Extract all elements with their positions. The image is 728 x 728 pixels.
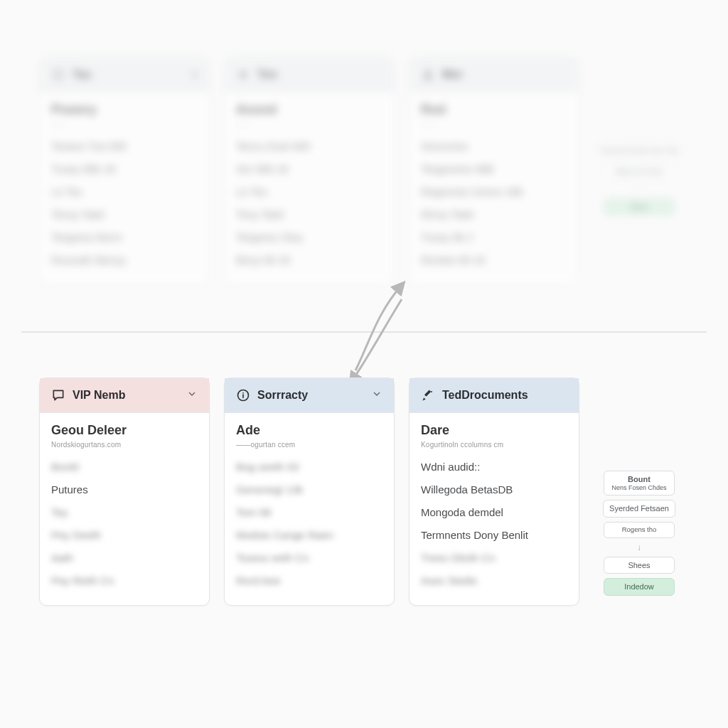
card-row: Tom 08 (236, 501, 382, 524)
annotation-box[interactable]: Shees (604, 557, 675, 574)
card-row: Willegoda BetasDB (421, 478, 567, 501)
card-section-title: Powery (51, 102, 198, 117)
tools-icon (421, 388, 435, 402)
swap-arrow-icon (334, 271, 419, 392)
card-section-title: Ade (236, 423, 382, 438)
card-row: Mongoda demdel (421, 501, 567, 524)
card-row: Soncones (421, 135, 567, 158)
card-header-title: Sorrracty (257, 389, 364, 402)
svg-point-6 (431, 391, 432, 392)
card-row: Putures (51, 478, 198, 501)
card-row: Tensy Tatel (51, 203, 198, 226)
card-header-title: TedDrocuments (442, 389, 567, 402)
card-header-title: VIP Nemb (73, 389, 179, 402)
card-row: Tesgnones MiB (421, 158, 567, 181)
card-row: Tony Tatel (236, 203, 382, 226)
card-row: Termnents Dony Benlit (421, 524, 567, 547)
card-row: Rognones Greno 186 (421, 181, 567, 203)
card-header-title: Tax (73, 68, 185, 81)
card-row: Wdni audid:: (421, 456, 567, 478)
card-row: Tesgress Borm (51, 226, 198, 249)
card-header[interactable]: Tax ▾ (40, 58, 209, 92)
card-row: Bony 08 18 (236, 249, 382, 272)
bottom-card-vip: VIP Nemb Geou Deleer Nordskiogurtans.com… (39, 378, 210, 606)
svg-point-0 (53, 70, 63, 79)
card-subtext: —— (236, 120, 382, 128)
card-row: Tencs Duet 005 (236, 135, 382, 158)
card-row: Trees Ditoth Cn (421, 547, 567, 569)
card-section-title: Anond (236, 102, 382, 117)
card-row: Rontee 08 18 (421, 249, 567, 272)
card-header-title: Mor (442, 68, 567, 81)
top-cards-area: Tax ▾ Powery —— Texees Tue 005 Tusey 96b… (0, 0, 728, 299)
bottom-annotation-group: Bount Nens Fosen Chdes Syerded Fetsaen R… (586, 471, 692, 596)
card-subtext: Nordskiogurtans.com (51, 441, 198, 449)
annotation-box[interactable]: Rogens tho (604, 522, 675, 538)
top-card-1: Tax ▾ Powery —— Texees Tue 005 Tusey 96b… (39, 57, 210, 285)
card-header[interactable]: VIP Nemb (40, 378, 209, 413)
top-card-2: Ton Anond —— Tencs Duet 005 Sor 90b 18 L… (224, 57, 395, 285)
card-row: Bont0 (51, 456, 198, 478)
annotation-box-green[interactable]: Indedow (604, 578, 675, 596)
card-row: Genonegt 13k (236, 478, 382, 501)
card-section-title: Rod (421, 102, 567, 117)
card-row: Tesgress Stoy (236, 226, 382, 249)
annotation-box[interactable]: Syerded Fetsaen (603, 500, 675, 518)
card-row: Sor 90b 18 (236, 158, 382, 181)
card-header[interactable]: Mor (410, 58, 579, 92)
card-row: Le Tes (51, 181, 198, 203)
svg-point-2 (426, 70, 431, 75)
chevron-down-icon[interactable] (371, 388, 382, 402)
card-row: Tssess eeth Cn (236, 547, 382, 569)
down-arrow-icon: ↓ (637, 184, 641, 194)
card-row: Pey Rieth Cn (51, 569, 198, 592)
card-row: Modsts Cange Raen (236, 524, 382, 547)
bottom-cards-area: VIP Nemb Geou Deleer Nordskiogurtans.com… (0, 363, 728, 620)
card-row: Bog seeth 03 (236, 456, 382, 478)
top-card-3: Mor Rod —— Soncones Tesgnones MiB Rognon… (409, 57, 579, 285)
down-arrow-icon: ↓ (637, 542, 641, 552)
annotation-box[interactable]: Bount Nens Fosen Chdes (604, 471, 675, 496)
svg-marker-1 (238, 70, 247, 80)
card-header[interactable]: Ton (225, 58, 394, 92)
card-row: Pey Deeth (51, 524, 198, 547)
card-header[interactable]: Sorrracty (225, 378, 394, 413)
card-row: Tusey 96b 18 (51, 158, 198, 181)
chevron-down-icon[interactable] (186, 388, 198, 402)
card-header-title: Ton (257, 68, 382, 81)
card-subtext: Kogurtinoln ccolumns cm (421, 441, 567, 449)
card-header[interactable]: TedDrocuments (410, 378, 579, 413)
annotation-sub: Nens Fosen Chdes (610, 484, 668, 491)
annotation-title: Bount (610, 475, 668, 484)
card-section-title: Dare (421, 423, 567, 438)
top-annotation-group: Transcend Mode Sae Thee Megnoucd Mess ↓ … (586, 143, 692, 215)
bottom-card-sorracty: Sorrracty Ade ——ogurtan ccem Bog seeth 0… (224, 378, 395, 606)
card-row: Le Tes (236, 181, 382, 203)
card-row: Ases Stedis (421, 569, 567, 592)
bottom-card-teddocuments: TedDrocuments Dare Kogurtinoln ccolumns … (409, 378, 579, 606)
circle-icon (51, 68, 65, 82)
star-icon (236, 68, 250, 82)
card-subtext: ——ogurtan ccem (236, 441, 382, 449)
card-subtext: —— (51, 120, 198, 128)
annotation-box[interactable]: Transcend Mode Sae Thee (592, 143, 687, 159)
card-row: Aath (51, 547, 198, 569)
info-circle-icon (236, 388, 250, 402)
card-section-title: Geou Deleer (51, 423, 198, 438)
annotation-box-green[interactable]: Bunt (604, 198, 675, 216)
user-icon (421, 68, 435, 82)
card-subtext: —— (421, 120, 567, 128)
card-row: Rinny Tatel (421, 203, 567, 226)
annotation-box[interactable]: Megnoucd Mess (604, 164, 675, 180)
card-row: Tusey 9b 2 (421, 226, 567, 249)
card-row: Texees Tue 005 (51, 135, 198, 158)
card-row: Tey (51, 501, 198, 524)
divider-area (0, 299, 728, 363)
chevron-down-icon[interactable]: ▾ (192, 68, 198, 82)
card-row: Rossodt Stensy (51, 249, 198, 272)
chat-icon (51, 388, 65, 402)
card-row: Rord Aee (236, 569, 382, 592)
